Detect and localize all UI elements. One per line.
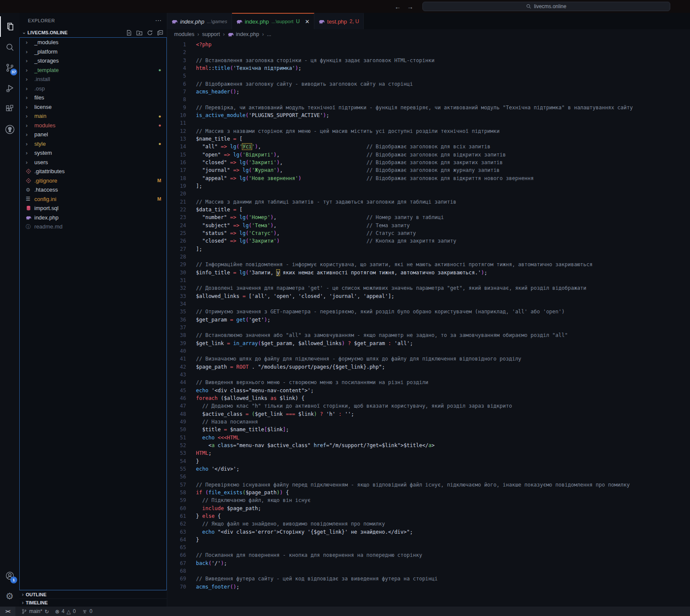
tree-item-import-sql[interactable]: import.sql bbox=[20, 204, 166, 213]
line-number[interactable]: 66 bbox=[167, 552, 186, 558]
code-line-56[interactable]: 56 bbox=[167, 473, 690, 481]
tree-item--modules[interactable]: ›_modules bbox=[20, 38, 166, 47]
explorer-more-actions-icon[interactable]: ⋯ bbox=[155, 17, 162, 24]
code-line-24[interactable]: 24 "subject" => lg('Тема'), // Тема запи… bbox=[167, 222, 690, 229]
code-line-25[interactable]: 25 "status" => lg('Статус'), // Статус з… bbox=[167, 229, 690, 237]
code-line-19[interactable]: 19]; bbox=[167, 182, 690, 190]
line-number[interactable]: 44 bbox=[167, 379, 186, 385]
tree-item--install[interactable]: ›.install bbox=[20, 75, 166, 84]
line-number[interactable]: 5 bbox=[167, 73, 186, 79]
line-number[interactable]: 22 bbox=[167, 207, 186, 213]
line-number[interactable]: 9 bbox=[167, 105, 186, 111]
code-line-67[interactable]: 67back('/'); bbox=[167, 559, 690, 567]
line-number[interactable]: 18 bbox=[167, 175, 186, 181]
line-number[interactable]: 12 bbox=[167, 128, 186, 134]
line-number[interactable]: 2 bbox=[167, 49, 186, 55]
line-number[interactable]: 36 bbox=[167, 317, 186, 323]
code-line-44[interactable]: 44// Виведення верхнього меню - створюєм… bbox=[167, 379, 690, 386]
code-line-39[interactable]: 39$get_link = in_array($get_param, $allo… bbox=[167, 339, 690, 347]
line-number[interactable]: 50 bbox=[167, 427, 186, 433]
line-number[interactable]: 60 bbox=[167, 505, 186, 511]
command-center-search[interactable]: livecms.online bbox=[422, 2, 670, 11]
code-line-23[interactable]: 23 "number" => lg('Номер'), // Номер зап… bbox=[167, 213, 690, 221]
line-number[interactable]: 11 bbox=[167, 120, 186, 126]
breadcrumb-item[interactable]: ... bbox=[267, 31, 271, 37]
code-line-51[interactable]: 51 echo <<<HTML bbox=[167, 433, 690, 441]
code-line-61[interactable]: 61} else { bbox=[167, 512, 690, 520]
tree-item-config-ini[interactable]: ☰config.iniM bbox=[20, 195, 166, 204]
line-number[interactable]: 63 bbox=[167, 529, 186, 535]
breadcrumb-item[interactable]: index.php bbox=[228, 31, 259, 37]
code-line-7[interactable]: 7acms_header(); bbox=[167, 88, 690, 96]
line-number[interactable]: 48 bbox=[167, 411, 186, 417]
code-line-70[interactable]: 70acms_footer(); bbox=[167, 583, 690, 591]
line-number[interactable]: 35 bbox=[167, 309, 186, 315]
code-line-32[interactable]: 32// Дозволені значення для параметра 'g… bbox=[167, 284, 690, 292]
search-sidebar-icon[interactable] bbox=[0, 37, 19, 57]
code-line-11[interactable]: 11 bbox=[167, 119, 690, 127]
run-debug-icon[interactable] bbox=[0, 78, 19, 99]
line-number[interactable]: 19 bbox=[167, 183, 186, 189]
tree-item-index-php[interactable]: index.php bbox=[20, 213, 166, 222]
code-line-50[interactable]: 50 $title = $name_title[$link]; bbox=[167, 426, 690, 433]
sync-icon[interactable]: ↻ bbox=[45, 608, 49, 615]
code-line-57[interactable]: 57// Перевіряємо існування файлу перед п… bbox=[167, 481, 690, 488]
line-number[interactable]: 37 bbox=[167, 325, 186, 331]
tree-item--gitignore[interactable]: .gitignoreM bbox=[20, 176, 166, 186]
line-number[interactable]: 10 bbox=[167, 112, 186, 118]
line-number[interactable]: 43 bbox=[167, 372, 186, 378]
code-line-66[interactable]: 66// Посилання для повернення - кнопка д… bbox=[167, 551, 690, 559]
code-line-68[interactable]: 68 bbox=[167, 567, 690, 575]
code-line-18[interactable]: 18 "appeal" => lg('Нове звернення') // В… bbox=[167, 174, 690, 182]
line-number[interactable]: 39 bbox=[167, 340, 186, 346]
line-number[interactable]: 4 bbox=[167, 65, 186, 71]
tree-item-files[interactable]: ›files bbox=[20, 93, 166, 102]
code-line-45[interactable]: 45echo '<div class="menu-nav-content">'; bbox=[167, 386, 690, 394]
tab-index.php-games[interactable]: index.php...\games bbox=[167, 13, 232, 29]
code-line-53[interactable]: 53HTML; bbox=[167, 449, 690, 457]
code-line-59[interactable]: 59 // Підключаємо файл, якщо він існує bbox=[167, 496, 690, 504]
code-line-47[interactable]: 47 // Додаємо клас "h" тільки до активно… bbox=[167, 402, 690, 410]
line-number[interactable]: 53 bbox=[167, 450, 186, 456]
line-number[interactable]: 57 bbox=[167, 482, 186, 488]
code-line-22[interactable]: 22$data_title = [ bbox=[167, 206, 690, 213]
line-number[interactable]: 17 bbox=[167, 167, 186, 173]
line-number[interactable]: 46 bbox=[167, 395, 186, 401]
code-line-58[interactable]: 58if (file_exists($page_path)) { bbox=[167, 489, 690, 496]
breadcrumb-item[interactable]: support bbox=[202, 31, 220, 37]
code-line-29[interactable]: 29// Інформаційне повідомлення - інформу… bbox=[167, 261, 690, 268]
line-number[interactable]: 32 bbox=[167, 285, 186, 291]
code-line-52[interactable]: 52 <a class="menu-nav $active_class" hre… bbox=[167, 442, 690, 449]
code-line-43[interactable]: 43 bbox=[167, 371, 690, 379]
code-line-41[interactable]: 41// Визначаємо шлях до файлу для підклю… bbox=[167, 355, 690, 363]
line-number[interactable]: 56 bbox=[167, 474, 186, 480]
collapse-all-icon[interactable] bbox=[157, 30, 163, 36]
line-number[interactable]: 40 bbox=[167, 348, 186, 354]
code-line-26[interactable]: 26 "closed" => lg('Закрити') // Кнопка д… bbox=[167, 237, 690, 245]
code-line-46[interactable]: 46foreach ($allowed_links as $link) { bbox=[167, 394, 690, 402]
line-number[interactable]: 26 bbox=[167, 238, 186, 244]
line-number[interactable]: 16 bbox=[167, 159, 186, 165]
code-line-15[interactable]: 15 "open" => lg('Відкриті'), // Відображ… bbox=[167, 151, 690, 159]
tree-item-modules[interactable]: ›modules● bbox=[20, 121, 166, 130]
code-line-37[interactable]: 37 bbox=[167, 324, 690, 331]
line-number[interactable]: 28 bbox=[167, 254, 186, 260]
code-line-42[interactable]: 42$page_path = ROOT . "/modules/support/… bbox=[167, 363, 690, 370]
line-number[interactable]: 20 bbox=[167, 191, 186, 197]
line-number[interactable]: 14 bbox=[167, 144, 186, 150]
line-number[interactable]: 61 bbox=[167, 513, 186, 519]
code-line-54[interactable]: 54} bbox=[167, 457, 690, 465]
code-line-62[interactable]: 62 // Якщо файл не знайдено, виводимо по… bbox=[167, 520, 690, 528]
breadcrumb[interactable]: modules›support›index.php›... bbox=[167, 29, 690, 39]
code-line-3[interactable]: 3// Встановлення заголовка сторінки - ця… bbox=[167, 57, 690, 64]
tree-item--storages[interactable]: ›_storages bbox=[20, 56, 166, 66]
tree-item-readme-md[interactable]: ⓘreadme.md bbox=[20, 222, 166, 231]
line-number[interactable]: 68 bbox=[167, 568, 186, 574]
code-line-31[interactable]: 31 bbox=[167, 276, 690, 284]
line-number[interactable]: 34 bbox=[167, 301, 186, 307]
line-number[interactable]: 13 bbox=[167, 136, 186, 142]
line-number[interactable]: 51 bbox=[167, 435, 186, 441]
line-number[interactable]: 25 bbox=[167, 230, 186, 236]
line-number[interactable]: 45 bbox=[167, 388, 186, 394]
tree-item--osp[interactable]: ›.osp bbox=[20, 84, 166, 93]
